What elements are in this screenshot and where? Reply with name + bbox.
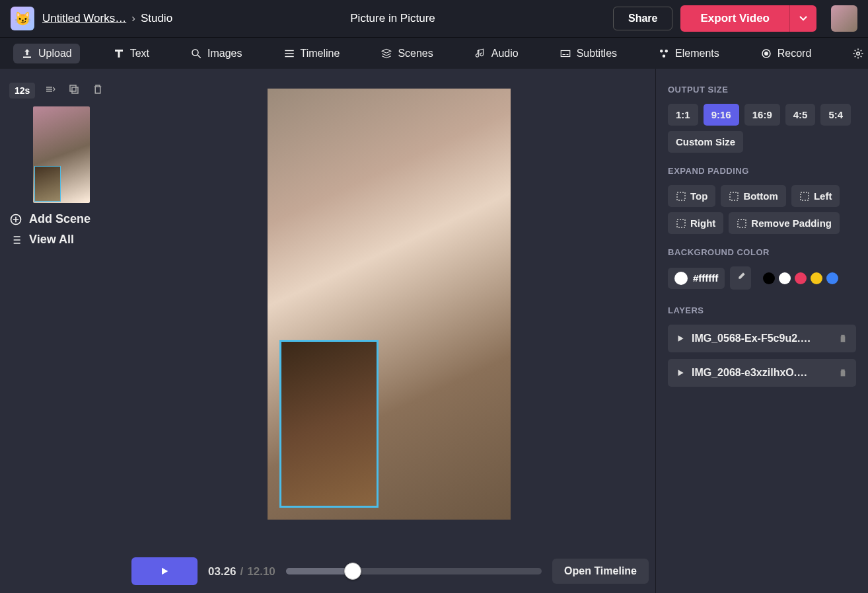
padding-left-button[interactable]: Left (791, 185, 840, 207)
padding-icon (676, 191, 686, 202)
trash-icon[interactable] (838, 333, 848, 344)
aspect-ratio-row: 1:1 9:16 16:9 4:5 5:4 Custom Size (668, 104, 856, 153)
trash-icon[interactable] (89, 81, 106, 100)
ratio-4-5[interactable]: 4:5 (785, 104, 816, 126)
layer-item[interactable]: IMG_2068-e3xzilhxO.… (668, 359, 856, 387)
open-timeline-button[interactable]: Open Timeline (552, 559, 649, 584)
tool-images[interactable]: Images (182, 44, 250, 63)
ratio-9-16[interactable]: 9:16 (704, 104, 739, 126)
text-icon (113, 48, 125, 59)
layer-item[interactable]: IMG_0568-Ex-F5c9u2.… (668, 325, 856, 352)
scenes-icon (380, 48, 392, 59)
breadcrumb-section: Studio (141, 12, 172, 25)
view-all-label: View All (29, 233, 74, 247)
tool-label: Scenes (398, 48, 433, 59)
eyedropper-button[interactable] (730, 266, 751, 290)
time-current: 03.26 (208, 565, 236, 578)
tool-elements[interactable]: Elements (650, 44, 727, 63)
padding-icon (737, 218, 747, 229)
user-avatar[interactable] (831, 5, 857, 32)
scene-thumbnail-pip (34, 166, 61, 202)
ratio-1-1[interactable]: 1:1 (668, 104, 698, 126)
svg-rect-9 (70, 85, 76, 91)
app-logo[interactable]: 😼 (11, 7, 34, 30)
add-scene-label: Add Scene (29, 212, 90, 226)
play-button[interactable] (131, 557, 198, 585)
export-button-group: Export Video (680, 5, 816, 32)
export-button[interactable]: Export Video (680, 5, 789, 32)
scene-duration[interactable]: 12s (9, 83, 35, 99)
plus-circle-icon (9, 213, 22, 226)
main-area: 12s Add Scene View All 03.26/12.10 (0, 69, 868, 593)
trash-icon[interactable] (838, 368, 848, 378)
video-canvas[interactable] (268, 89, 511, 520)
chevron-down-icon (799, 14, 807, 22)
custom-size-button[interactable]: Custom Size (668, 131, 743, 153)
timecode: 03.26/12.10 (208, 565, 275, 578)
ratio-16-9[interactable]: 16:9 (744, 104, 780, 126)
svg-rect-1 (561, 50, 570, 56)
workspace-link[interactable]: Untitled Works… (42, 12, 126, 25)
playback-bar: 03.26/12.10 Open Timeline (131, 557, 655, 585)
properties-panel: OUTPUT SIZE 1:1 9:16 16:9 4:5 5:4 Custom… (655, 69, 868, 593)
padding-top-button[interactable]: Top (668, 185, 715, 207)
svg-point-2 (660, 50, 663, 53)
upload-icon (21, 48, 33, 59)
swatch-black[interactable] (763, 272, 775, 284)
swatch-white[interactable] (779, 272, 791, 284)
tool-label: Record (778, 48, 812, 59)
color-hex-value: #ffffff (693, 272, 718, 284)
subtitles-icon (560, 48, 571, 59)
tool-upload[interactable]: Upload (13, 44, 80, 63)
pip-overlay[interactable] (279, 340, 379, 508)
padding-icon (799, 191, 810, 202)
tool-audio[interactable]: Audio (466, 44, 526, 63)
scenes-panel: 12s Add Scene View All (0, 69, 122, 593)
canvas-area: 03.26/12.10 Open Timeline (122, 69, 655, 593)
progress-slider[interactable] (286, 568, 542, 574)
svg-rect-13 (801, 192, 809, 200)
tool-subtitles[interactable]: Subtitles (552, 44, 625, 63)
progress-thumb[interactable] (344, 563, 361, 580)
layer-name: IMG_0568-Ex-F5c9u2.… (692, 333, 831, 344)
progress-fill (286, 568, 353, 574)
export-dropdown-button[interactable] (789, 5, 816, 32)
ratio-5-4[interactable]: 5:4 (820, 104, 851, 126)
output-size-label: OUTPUT SIZE (668, 85, 856, 95)
gear-icon (852, 48, 864, 59)
tool-label: Timeline (301, 48, 340, 59)
padding-bottom-button[interactable]: Bottom (721, 185, 786, 207)
svg-point-0 (192, 50, 198, 56)
swatch-yellow[interactable] (811, 272, 822, 284)
color-input[interactable]: #ffffff (668, 268, 725, 289)
color-swatches (763, 272, 838, 284)
view-all-button[interactable]: View All (9, 233, 113, 247)
swatch-red[interactable] (795, 272, 807, 284)
svg-point-6 (764, 52, 768, 56)
remove-padding-button[interactable]: Remove Padding (729, 212, 840, 234)
tool-scenes[interactable]: Scenes (373, 44, 441, 63)
search-icon (190, 48, 202, 59)
scene-toolbar: 12s (9, 81, 113, 100)
eyedropper-icon (735, 272, 746, 282)
tool-text[interactable]: Text (105, 44, 157, 63)
time-total: 12.10 (247, 565, 275, 578)
tool-settings[interactable]: Setting (844, 44, 868, 63)
main-toolbar: Upload Text Images Timeline Scenes Audio… (0, 37, 868, 69)
tool-record[interactable]: Record (752, 44, 820, 63)
share-button[interactable]: Share (613, 7, 672, 30)
swatch-blue[interactable] (826, 272, 838, 284)
padding-row: Top Bottom Left Right Remove Padding (668, 185, 856, 234)
timeline-icon (283, 48, 295, 59)
play-icon (159, 566, 170, 576)
copy-icon[interactable] (65, 81, 83, 100)
tool-timeline[interactable]: Timeline (275, 44, 348, 63)
padding-right-button[interactable]: Right (668, 212, 723, 234)
play-icon (676, 334, 685, 343)
scene-thumbnail[interactable] (33, 106, 90, 203)
move-icon[interactable] (42, 81, 59, 100)
play-icon (676, 368, 685, 377)
add-scene-button[interactable]: Add Scene (9, 212, 113, 226)
layer-name: IMG_2068-e3xzilhxO.… (692, 367, 831, 379)
padding-icon (729, 191, 739, 202)
